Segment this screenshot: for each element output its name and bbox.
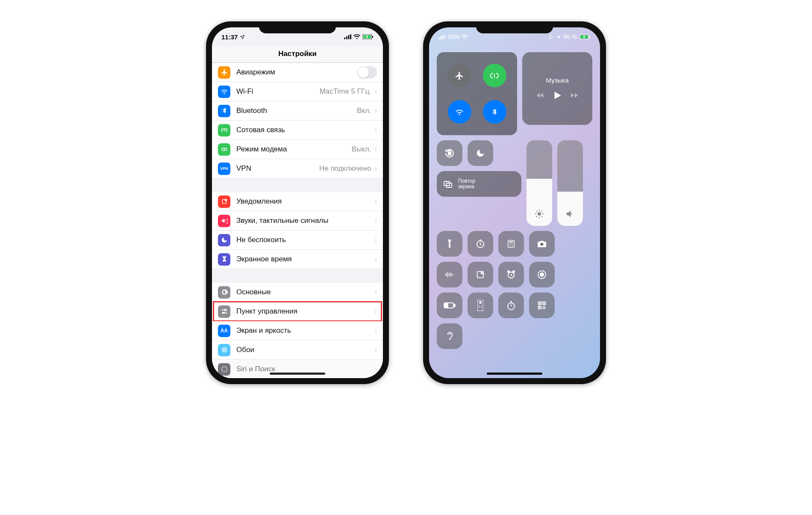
svg-point-29 [538, 212, 541, 216]
alarm-button[interactable] [498, 262, 524, 287]
prev-track-icon[interactable] [535, 91, 545, 100]
svg-point-16 [223, 349, 225, 351]
svg-rect-59 [539, 303, 541, 304]
notifications-icon [218, 195, 230, 208]
row-display[interactable]: AA Экран и яркость › [212, 321, 383, 340]
screen-mirroring-button[interactable]: Повтор экрана [437, 171, 521, 197]
chevron-right-icon: › [375, 198, 377, 205]
alarm-icon [548, 34, 553, 39]
svg-rect-24 [589, 36, 590, 38]
chevron-right-icon: › [375, 107, 377, 115]
svg-point-38 [512, 246, 513, 246]
row-control-center[interactable]: Пункт управления › [212, 302, 383, 321]
low-power-button[interactable] [437, 293, 462, 318]
row-bluetooth[interactable]: Bluetooth Вкл. › [212, 101, 383, 121]
phone-control-center: WIN 96 % [423, 21, 606, 384]
row-wifi[interactable]: Wi-Fi MacTime 5 ГГц. › [212, 82, 383, 101]
stopwatch-button[interactable] [498, 293, 524, 318]
screen-recording-button[interactable] [529, 262, 555, 287]
mirror-line2: экрана [458, 184, 475, 189]
settings-list[interactable]: Авиарежим Wi-Fi MacTime 5 ГГц. › Bluetoo… [212, 63, 383, 378]
airplane-toggle[interactable] [357, 66, 377, 78]
camera-button[interactable] [529, 231, 555, 257]
apple-tv-remote-button[interactable] [468, 293, 493, 318]
chevron-right-icon: › [375, 217, 377, 225]
chevron-right-icon: › [375, 346, 377, 354]
svg-point-39 [541, 243, 544, 246]
row-dnd[interactable]: Не беспокоить › [212, 231, 383, 250]
cc-airplane-button[interactable] [448, 64, 471, 87]
svg-point-52 [481, 305, 482, 306]
volume-icon [565, 209, 575, 219]
svg-point-36 [509, 246, 510, 246]
row-sounds[interactable]: Звуки, тактильные сигналы › [212, 211, 383, 231]
signal-icon [344, 34, 351, 39]
svg-point-43 [513, 271, 515, 272]
row-sounds-label: Звуки, тактильные сигналы [236, 216, 375, 225]
row-wallpaper[interactable]: Обои › [212, 340, 383, 360]
row-screentime[interactable]: Экранное время › [212, 250, 383, 269]
row-general-label: Основные [236, 288, 375, 296]
chevron-right-icon: › [375, 308, 377, 315]
qr-code-button[interactable] [529, 293, 555, 318]
cc-bluetooth-button[interactable] [483, 100, 506, 124]
cc-panel: Музыка [429, 46, 600, 349]
row-notifications-label: Уведомления [236, 197, 375, 206]
flashlight-button[interactable] [437, 231, 462, 257]
svg-rect-27 [444, 181, 450, 186]
control-center-screen[interactable]: WIN 96 % [429, 27, 600, 378]
airplane-icon [218, 66, 230, 79]
dnd-button[interactable] [468, 140, 493, 166]
row-vpn[interactable]: VPN VPN Не подключено › [212, 159, 383, 178]
row-general[interactable]: Основные › [212, 283, 383, 302]
row-siri[interactable]: Siri и Поиск › [212, 360, 383, 378]
cc-wifi-button[interactable] [448, 100, 471, 124]
home-indicator[interactable] [487, 373, 542, 375]
row-wifi-detail: MacTime 5 ГГц. [320, 87, 371, 96]
row-wallpaper-label: Обои [236, 346, 375, 354]
svg-rect-21 [444, 34, 446, 39]
settings-screen: 11:37 Настройки Авиарежим [212, 27, 383, 378]
brightness-icon [534, 209, 544, 219]
hearing-button[interactable] [437, 323, 462, 349]
music-module[interactable]: Музыка [522, 52, 592, 125]
orientation-lock-button[interactable] [437, 140, 462, 166]
row-notifications[interactable]: Уведомления › [212, 192, 383, 211]
gear-icon [218, 286, 230, 299]
row-airplane-label: Авиарежим [236, 68, 357, 77]
svg-point-17 [222, 367, 227, 372]
row-bluetooth-label: Bluetooth [236, 107, 357, 115]
row-cellular[interactable]: Сотовая связь › [212, 121, 383, 140]
brightness-slider[interactable] [527, 140, 552, 226]
svg-point-35 [512, 244, 513, 245]
volume-slider[interactable] [557, 140, 583, 226]
notes-button[interactable] [468, 262, 493, 287]
group-separator [212, 269, 383, 283]
svg-point-53 [479, 307, 480, 308]
next-track-icon[interactable] [570, 91, 579, 100]
phone-settings: 11:37 Настройки Авиарежим [206, 21, 389, 384]
play-icon[interactable] [552, 90, 563, 101]
hourglass-icon [218, 253, 230, 266]
row-hotspot[interactable]: Режим модема Выкл. › [212, 140, 383, 159]
sounds-icon [218, 215, 230, 227]
home-indicator[interactable] [270, 373, 325, 375]
row-airplane[interactable]: Авиарежим [212, 63, 383, 82]
group-separator [212, 178, 383, 192]
vpn-icon-text: VPN [220, 166, 228, 171]
svg-rect-32 [509, 242, 513, 243]
location-icon [240, 34, 245, 39]
vpn-icon: VPN [218, 163, 230, 175]
svg-rect-63 [544, 306, 546, 308]
timer-button[interactable] [468, 231, 493, 257]
cc-cellular-button[interactable] [483, 64, 506, 87]
chevron-right-icon: › [375, 88, 377, 95]
music-controls [535, 90, 579, 101]
row-hotspot-label: Режим модема [236, 145, 352, 154]
voice-memos-button[interactable] [437, 262, 462, 287]
svg-rect-48 [445, 304, 448, 307]
svg-rect-60 [544, 303, 545, 304]
svg-rect-18 [438, 38, 440, 39]
svg-rect-2 [348, 35, 349, 39]
calculator-button[interactable] [498, 231, 524, 257]
